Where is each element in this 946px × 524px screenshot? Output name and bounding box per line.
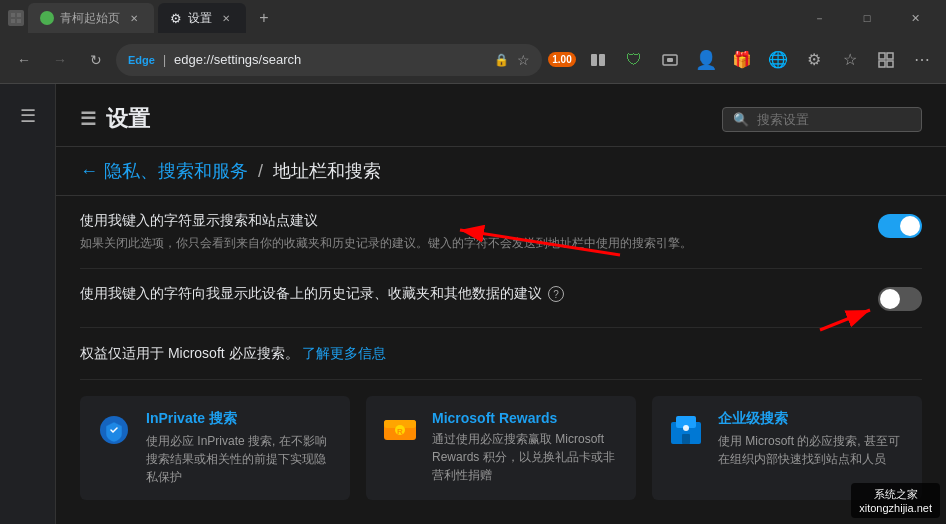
help-icon-toggle2[interactable]: ? (548, 286, 564, 302)
watermark-line1: 系统之家 (874, 488, 918, 500)
breadcrumb-back-button[interactable]: ← (80, 161, 98, 182)
tab-homepage-label: 青柯起始页 (60, 10, 120, 27)
tab-settings-label: 设置 (188, 10, 212, 27)
close-button[interactable]: ✕ (892, 3, 938, 33)
minimize-button[interactable]: － (796, 3, 842, 33)
address-separator: | (163, 53, 166, 67)
lock-icon: 🔒 (494, 53, 509, 67)
svg-rect-2 (11, 19, 15, 23)
timer-badge: 1.00 (548, 52, 575, 67)
breadcrumb-parent[interactable]: 隐私、搜索和服务 (104, 159, 248, 183)
toggle-knob-2 (880, 289, 900, 309)
address-bar: ← → ↻ Edge | edge://settings/search 🔒 ☆ … (0, 36, 946, 84)
collections-icon[interactable] (870, 44, 902, 76)
svg-rect-5 (599, 54, 605, 66)
toggle-knob-1 (900, 216, 920, 236)
rewards-icon: R (380, 410, 420, 450)
inprivate-title[interactable]: InPrivate 搜索 (146, 410, 336, 428)
address-bar-input-wrap[interactable]: Edge | edge://settings/search 🔒 ☆ (116, 44, 542, 76)
new-tab-button[interactable]: + (250, 4, 278, 32)
svg-rect-4 (591, 54, 597, 66)
svg-rect-1 (17, 13, 21, 17)
inprivate-desc: 使用必应 InPrivate 搜索, 在不影响搜索结果或相关性的前提下实现隐私保… (146, 432, 336, 486)
tab-settings[interactable]: ⚙ 设置 ✕ (158, 3, 246, 33)
setting-title-toggle2: 使用我键入的字符向我显示此设备上的历史记录、收藏夹和其他数据的建议 ? (80, 285, 878, 303)
edge-logo: Edge (128, 54, 155, 66)
feature-card-rewards: R Microsoft Rewards 通过使用必应搜索赢取 Microsoft… (366, 396, 636, 500)
settings-layout: ☰ ☰ 设置 🔍 ← 隐私、搜索和服务 / 地址栏和搜索 (0, 84, 946, 524)
search-settings-icon: 🔍 (733, 112, 749, 127)
svg-rect-9 (887, 53, 893, 59)
settings-title: ☰ 设置 (80, 104, 150, 134)
menu-icon[interactable]: ⋯ (906, 44, 938, 76)
maximize-button[interactable]: □ (844, 3, 890, 33)
svg-rect-19 (682, 434, 690, 444)
svg-rect-11 (887, 61, 893, 67)
setting-row-toggle1: 使用我键入的字符显示搜索和站点建议 如果关闭此选项，你只会看到来自你的收藏夹和历… (80, 196, 922, 269)
rewards-title[interactable]: Microsoft Rewards (432, 410, 622, 426)
screenshot-icon[interactable] (654, 44, 686, 76)
breadcrumb-separator: / (258, 161, 263, 182)
svg-rect-8 (879, 53, 885, 59)
globe-icon[interactable]: 🌐 (762, 44, 794, 76)
sidebar: ☰ (0, 84, 56, 524)
rewards-desc: 通过使用必应搜索赢取 Microsoft Rewards 积分，以兑换礼品卡或非… (432, 430, 622, 484)
watermark-line2: xitongzhijia.net (859, 502, 932, 514)
read-mode-icon[interactable] (582, 44, 614, 76)
enterprise-desc: 使用 Microsoft 的必应搜索, 甚至可在组织内部快速找到站点和人员 (718, 432, 908, 468)
inprivate-icon (94, 410, 134, 450)
setting-info-toggle1: 使用我键入的字符显示搜索和站点建议 如果关闭此选项，你只会看到来自你的收藏夹和历… (80, 212, 878, 252)
toggle-local-suggestions[interactable] (878, 287, 922, 311)
setting-info-toggle2: 使用我键入的字符向我显示此设备上的历史记录、收藏夹和其他数据的建议 ? (80, 285, 878, 307)
star-icon: ☆ (517, 52, 530, 68)
search-settings-wrap[interactable]: 🔍 (722, 107, 922, 132)
profile-icon[interactable]: 👤 (690, 44, 722, 76)
svg-point-20 (683, 425, 689, 431)
gift-icon[interactable]: 🎁 (726, 44, 758, 76)
address-text: edge://settings/search (174, 52, 486, 67)
settings-menu-icon[interactable]: ☰ (80, 108, 96, 130)
window-controls: － □ ✕ (796, 3, 938, 33)
favorites-icon[interactable]: ☆ (834, 44, 866, 76)
svg-rect-3 (17, 19, 21, 23)
back-button[interactable]: ← (8, 44, 40, 76)
sidebar-menu-button[interactable]: ☰ (8, 96, 48, 136)
svg-text:R: R (397, 427, 403, 436)
enterprise-title[interactable]: 企业级搜索 (718, 410, 908, 428)
watermark: 系统之家 xitongzhijia.net (851, 483, 940, 518)
svg-rect-0 (11, 13, 15, 17)
shield-icon[interactable]: 🛡 (618, 44, 650, 76)
microsoft-text-before: 权益仅适用于 Microsoft 必应搜索。 (80, 345, 299, 361)
feature-card-inprivate: InPrivate 搜索 使用必应 InPrivate 搜索, 在不影响搜索结果… (80, 396, 350, 500)
settings-header: ☰ 设置 🔍 (56, 84, 946, 147)
microsoft-row: 权益仅适用于 Microsoft 必应搜索。 了解更多信息 (80, 328, 922, 380)
toolbar-icons: 1.00 🛡 👤 🎁 🌐 ⚙ ☆ ⋯ (546, 44, 938, 76)
enterprise-content: 企业级搜索 使用 Microsoft 的必应搜索, 甚至可在组织内部快速找到站点… (718, 410, 908, 468)
setting-row-toggle2: 使用我键入的字符向我显示此设备上的历史记录、收藏夹和其他数据的建议 ? (80, 269, 922, 328)
svg-rect-10 (879, 61, 885, 67)
svg-rect-7 (667, 58, 673, 62)
window-icon (8, 10, 24, 26)
setting-desc-toggle1: 如果关闭此选项，你只会看到来自你的收藏夹和历史记录的建议。键入的字符不会发送到地… (80, 234, 878, 252)
rewards-content: Microsoft Rewards 通过使用必应搜索赢取 Microsoft R… (432, 410, 622, 484)
breadcrumb: ← 隐私、搜索和服务 / 地址栏和搜索 (56, 147, 946, 196)
title-bar-left: 青柯起始页 ✕ ⚙ 设置 ✕ + (8, 3, 278, 33)
forward-button[interactable]: → (44, 44, 76, 76)
settings-title-text: 设置 (106, 104, 150, 134)
search-settings-input[interactable] (757, 112, 897, 127)
toggle-search-suggestions[interactable] (878, 214, 922, 238)
setting-title-toggle2-text: 使用我键入的字符向我显示此设备上的历史记录、收藏夹和其他数据的建议 (80, 285, 542, 303)
tab-settings-close[interactable]: ✕ (218, 10, 234, 26)
timer-icon[interactable]: 1.00 (546, 44, 578, 76)
tab-homepage-close[interactable]: ✕ (126, 10, 142, 26)
reload-button[interactable]: ↻ (80, 44, 112, 76)
tab-homepage-icon (40, 11, 54, 25)
tab-homepage[interactable]: 青柯起始页 ✕ (28, 3, 154, 33)
main-content: ☰ 设置 🔍 ← 隐私、搜索和服务 / 地址栏和搜索 使用我键 (56, 84, 946, 524)
settings-icon[interactable]: ⚙ (798, 44, 830, 76)
settings-body: 使用我键入的字符显示搜索和站点建议 如果关闭此选项，你只会看到来自你的收藏夹和历… (56, 196, 946, 516)
microsoft-learn-more-link[interactable]: 了解更多信息 (302, 345, 386, 361)
breadcrumb-current: 地址栏和搜索 (273, 159, 381, 183)
tab-settings-icon: ⚙ (170, 11, 182, 26)
inprivate-content: InPrivate 搜索 使用必应 InPrivate 搜索, 在不影响搜索结果… (146, 410, 336, 486)
